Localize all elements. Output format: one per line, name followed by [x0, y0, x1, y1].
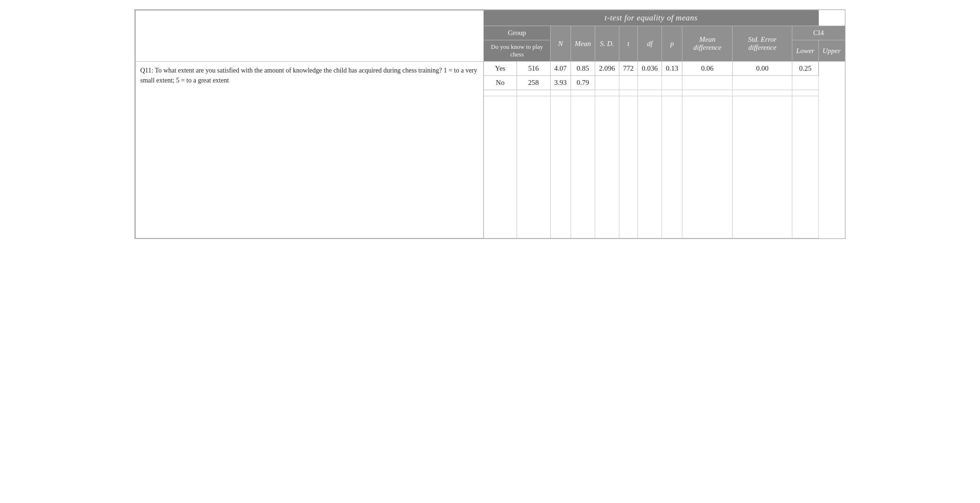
- lower-header: Lower: [792, 40, 818, 62]
- main-title-header: t-test for equality of means: [484, 10, 818, 26]
- mean-diff-header: Mean difference: [682, 26, 733, 62]
- t-empty: [595, 76, 619, 90]
- table-row: Q11: To what extent are you satisfied wi…: [136, 62, 845, 76]
- lower-empty: [733, 76, 792, 90]
- mean-diff-cell: 0.13: [662, 62, 682, 76]
- empty-cell: [571, 96, 595, 238]
- mean-header: Mean: [571, 26, 595, 62]
- lower-cell: 0.00: [733, 62, 792, 76]
- empty-cell: [638, 90, 662, 96]
- upper-header: Upper: [818, 40, 844, 62]
- empty-top-left: [136, 10, 484, 62]
- mean-diff-empty: [662, 76, 682, 90]
- std-err-cell: 0.06: [682, 62, 733, 76]
- empty-cell: [682, 90, 733, 96]
- empty-cell: [662, 90, 682, 96]
- empty-cell: [682, 96, 733, 238]
- empty-cell: [792, 90, 818, 96]
- std-err-empty: [682, 76, 733, 90]
- group-subheader: Group: [484, 26, 550, 40]
- n2-cell: 258: [517, 76, 550, 90]
- n1-cell: 516: [517, 62, 550, 76]
- empty-cell: [733, 96, 792, 238]
- n-header: N: [550, 26, 571, 62]
- sd2-cell: 0.79: [571, 76, 595, 90]
- empty-cell: [517, 96, 550, 238]
- mean1-cell: 4.07: [550, 62, 571, 76]
- df-cell: 772: [619, 62, 638, 76]
- empty-cell: [484, 96, 517, 238]
- df-header: df: [638, 26, 662, 62]
- empty-cell: [619, 90, 638, 96]
- df-empty: [619, 76, 638, 90]
- empty-cell: [733, 90, 792, 96]
- group1-cell: Yes: [484, 62, 517, 76]
- empty-cell: [792, 96, 818, 238]
- empty-cell: [595, 90, 619, 96]
- t-header: t: [619, 26, 638, 62]
- p-header: p: [662, 26, 682, 62]
- mean2-cell: 3.93: [550, 76, 571, 90]
- empty-cell: [595, 96, 619, 238]
- empty-cell: [484, 90, 517, 96]
- empty-cell: [662, 96, 682, 238]
- group2-cell: No: [484, 76, 517, 90]
- p-cell: 0.036: [638, 62, 662, 76]
- ci4-header: CI4: [792, 26, 845, 40]
- sd-header: S. D.: [595, 26, 619, 62]
- upper-cell: 0.25: [792, 62, 818, 76]
- t-cell: 2.096: [595, 62, 619, 76]
- question-cell: Q11: To what extent are you satisfied wi…: [136, 62, 484, 238]
- statistics-table: t-test for equality of means Group N Mea…: [135, 10, 845, 238]
- p-empty: [638, 76, 662, 90]
- empty-cell: [619, 96, 638, 238]
- empty-cell: [517, 90, 550, 96]
- upper-empty: [792, 76, 818, 90]
- chess-subheader: Do you know to play chess: [484, 40, 550, 62]
- empty-cell: [571, 90, 595, 96]
- std-err-header: Std. Error difference: [733, 26, 792, 62]
- empty-cell: [550, 96, 571, 238]
- empty-cell: [550, 90, 571, 96]
- stats-table-wrapper: t-test for equality of means Group N Mea…: [135, 9, 845, 239]
- sd1-cell: 0.85: [571, 62, 595, 76]
- empty-cell: [638, 96, 662, 238]
